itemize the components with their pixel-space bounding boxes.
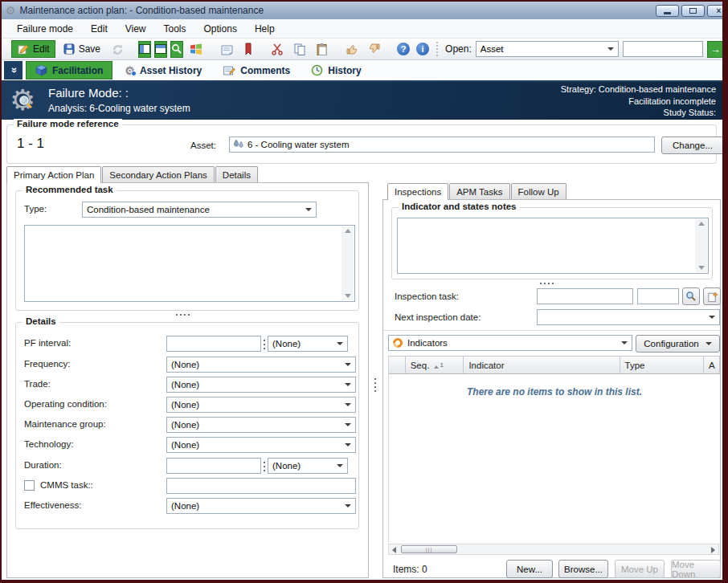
tab-inspections[interactable]: Inspections xyxy=(387,183,448,200)
technology-select[interactable]: (None) xyxy=(166,437,356,453)
inspection-task-input-1[interactable] xyxy=(537,288,633,304)
pf-interval-unit-select[interactable]: (None) xyxy=(268,336,348,352)
menu-help[interactable]: Help xyxy=(246,21,284,37)
operating-condition-select[interactable]: (None) xyxy=(166,397,356,413)
frequency-select[interactable]: (None) xyxy=(166,357,356,373)
thumb-down-icon[interactable] xyxy=(364,43,385,55)
menu-failure-mode[interactable]: Failure mode xyxy=(8,21,82,37)
close-button[interactable]: × xyxy=(707,5,722,17)
menu-view[interactable]: View xyxy=(117,21,155,37)
recommended-task-notes[interactable] xyxy=(24,225,355,302)
tab-facilitation[interactable]: Facilitation xyxy=(26,61,112,80)
toolbar-grip[interactable] xyxy=(436,42,439,56)
scroll-up-icon[interactable] xyxy=(698,222,705,226)
scroll-left-icon[interactable] xyxy=(392,547,396,553)
indicators-select[interactable]: Indicators xyxy=(388,335,632,351)
configuration-button[interactable]: Configuration xyxy=(636,335,720,353)
scroll-right-icon[interactable] xyxy=(711,547,715,553)
notes-vertical-scrollbar[interactable] xyxy=(342,226,354,300)
trade-select[interactable]: (None) xyxy=(166,377,356,393)
change-button[interactable]: Change... xyxy=(661,137,722,154)
column-icon[interactable] xyxy=(389,356,406,374)
tab-history-label: History xyxy=(328,65,361,76)
move-down-button[interactable]: Move Down xyxy=(671,560,721,578)
table-horizontal-scrollbar[interactable]: ||| xyxy=(388,544,719,555)
open-target-select[interactable]: Asset xyxy=(476,41,619,57)
scroll-up-icon[interactable] xyxy=(345,229,351,233)
pf-interval-input[interactable] xyxy=(166,336,261,352)
indicators-table-header: Seq. 1 Indicator Type A xyxy=(389,356,720,374)
title-bar[interactable]: ⚙ Maintenance action plan: - Condition-b… xyxy=(2,2,722,19)
inspection-task-search-button[interactable] xyxy=(682,287,700,305)
minimize-button[interactable] xyxy=(656,5,679,17)
items-count-label: Items: 0 xyxy=(393,564,427,575)
column-indicator[interactable]: Indicator xyxy=(464,356,620,374)
tab-apm-tasks[interactable]: APM Tasks xyxy=(449,183,509,199)
inspection-task-input-2[interactable] xyxy=(637,288,679,304)
duration-unit-select[interactable]: (None) xyxy=(268,458,348,474)
duration-label: Duration: xyxy=(24,460,62,470)
move-down-button-label: Move Down xyxy=(672,560,720,579)
main-content: Failure mode reference 1 - 1 Asset: 6 - … xyxy=(2,120,722,580)
notes-vertical-scrollbar[interactable] xyxy=(695,219,707,272)
chevron-down-icon xyxy=(345,423,351,426)
save-button[interactable]: Save xyxy=(57,40,106,58)
tab-history[interactable]: History xyxy=(302,61,370,80)
move-up-button[interactable]: Move Up xyxy=(615,560,665,578)
column-a[interactable]: A xyxy=(704,356,720,374)
column-type[interactable]: Type xyxy=(620,356,705,374)
menu-options[interactable]: Options xyxy=(195,21,246,37)
note-icon[interactable] xyxy=(216,43,238,55)
browse-button[interactable]: Browse... xyxy=(558,560,608,578)
maintenance-group-select[interactable]: (None) xyxy=(166,417,356,433)
horizontal-splitter-handle[interactable] xyxy=(540,283,554,284)
menu-tools[interactable]: Tools xyxy=(155,21,195,37)
info-button[interactable]: i xyxy=(414,43,431,55)
paste-clipboard-icon[interactable] xyxy=(312,43,332,55)
tab-follow-up[interactable]: Follow Up xyxy=(511,183,566,199)
technology-label: Technology: xyxy=(24,439,73,449)
column-indicator-label: Indicator xyxy=(468,361,504,370)
right-tabstrip: Inspections APM Tasks Follow Up xyxy=(387,183,567,200)
tab-details[interactable]: Details xyxy=(215,166,258,182)
copy-pages-icon[interactable] xyxy=(289,43,310,55)
tab-secondary-action-plans[interactable]: Secondary Action Plans xyxy=(102,166,214,182)
go-button[interactable]: → xyxy=(707,41,722,58)
refresh-icon[interactable] xyxy=(108,43,128,56)
scroll-down-icon[interactable] xyxy=(345,294,351,298)
scroll-down-icon[interactable] xyxy=(698,266,705,270)
maximize-button[interactable] xyxy=(681,5,705,17)
edit-button[interactable]: Edit xyxy=(11,40,55,58)
cmms-task-input[interactable] xyxy=(166,478,356,494)
split-vertical-button[interactable] xyxy=(138,41,151,58)
horizontal-splitter-handle[interactable] xyxy=(176,314,190,316)
effectiveness-select[interactable]: (None) xyxy=(166,498,356,514)
type-select[interactable]: Condition-based maintenance xyxy=(82,202,317,218)
collapse-button[interactable]: « xyxy=(4,61,22,80)
tab-comments[interactable]: Comments xyxy=(214,61,299,80)
duration-input[interactable] xyxy=(166,458,261,474)
tab-asset-history[interactable]: ⚙ Asset History xyxy=(116,61,211,80)
column-type-label: Type xyxy=(625,361,645,370)
cmms-task-checkbox[interactable] xyxy=(24,480,35,491)
scrollbar-thumb[interactable]: ||| xyxy=(401,545,457,553)
vertical-splitter-handle[interactable] xyxy=(374,378,376,392)
tab-primary-action-plan[interactable]: Primary Action Plan xyxy=(6,166,101,183)
next-inspection-date-select[interactable] xyxy=(537,309,720,325)
split-horizontal-button[interactable] xyxy=(154,41,167,58)
menu-edit[interactable]: Edit xyxy=(82,21,117,37)
cut-scissors-icon[interactable] xyxy=(267,43,288,55)
thumb-up-icon[interactable] xyxy=(342,43,362,55)
zoom-button[interactable] xyxy=(170,41,183,58)
new-button[interactable]: New... xyxy=(506,560,553,578)
indicator-notes-textarea[interactable] xyxy=(397,218,709,274)
inspection-task-new-button[interactable] xyxy=(703,287,721,305)
windows-logo-icon[interactable] xyxy=(186,43,207,55)
browse-button-label: Browse... xyxy=(564,565,603,574)
open-search-input[interactable] xyxy=(623,41,703,57)
asset-field[interactable]: 6 - Cooling water system xyxy=(229,137,655,153)
failure-mode-reference-group: Failure mode reference 1 - 1 Asset: 6 - … xyxy=(6,124,717,164)
help-button[interactable]: ? xyxy=(395,43,412,55)
column-seq[interactable]: Seq. 1 xyxy=(406,356,464,374)
bookmark-icon[interactable] xyxy=(239,43,257,55)
